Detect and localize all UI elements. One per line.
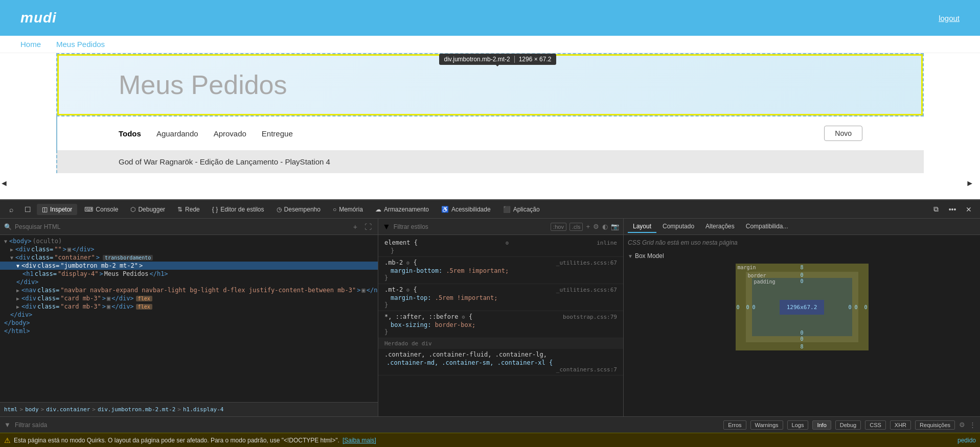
tree-nav[interactable]: ▶ <nav class= "navbar navbar-expand navb…: [0, 286, 378, 294]
scroll-right-arrow[interactable]: ►: [966, 179, 974, 188]
breadcrumb-html[interactable]: html: [4, 406, 18, 413]
filter-entregue[interactable]: Entregue: [262, 129, 293, 138]
tab-inspetor[interactable]: ◫ Inspetor: [37, 204, 77, 215]
warning-text: Esta página está no modo Quirks. O layou…: [14, 437, 339, 444]
devtools-responsive[interactable]: ☐: [20, 202, 35, 217]
devtools-more[interactable]: •••: [945, 202, 960, 217]
tree-arrow-container[interactable]: ▼: [10, 255, 13, 261]
product-name: God of War Ragnarök - Edição de Lançamen…: [119, 157, 330, 166]
btn-info[interactable]: Info: [812, 420, 831, 430]
breadcrumb-jumbotron[interactable]: div.jumbotron.mb-2.mt-2: [98, 406, 175, 413]
border-bottom: 0: [800, 336, 803, 342]
filter-aguardando[interactable]: Aguardando: [156, 129, 198, 138]
bottom-filter-input[interactable]: [15, 421, 76, 429]
panel-styles: ▼ :hov .cls + ⚙ ◐ 📷 element { ⚙ inline }: [378, 219, 624, 416]
pseudo-hov-btn[interactable]: :hov: [551, 223, 566, 231]
devtools-bottom-bar: ▼ Erros Warnings Logs Info Debug CSS XHR…: [0, 416, 980, 433]
breadcrumb-body[interactable]: body: [25, 406, 39, 413]
console-icon: ⌨: [84, 206, 93, 213]
box-model-section: ▼ Box Model margin 8 0 8 0: [628, 252, 976, 350]
tab-editor-estilos[interactable]: { } Editor de estilos: [207, 204, 269, 215]
container-file: _containers.scss:7: [556, 366, 617, 373]
devtools-dock[interactable]: ⧉: [929, 202, 943, 217]
tree-body[interactable]: ▼ <body> (oculto): [0, 237, 378, 245]
tab-debugger[interactable]: ⬡ Debugger: [125, 204, 170, 215]
console-label: Console: [96, 206, 118, 213]
bottom-more-icon[interactable]: ⋮: [969, 421, 976, 429]
style-rule-mt2: .mt-2 ⚙ { _utilities.scss:67 margin-top:…: [378, 284, 623, 311]
style-rule-element-header: element { ⚙ inline: [384, 239, 617, 246]
inspector-pick-btn[interactable]: ⛶: [362, 222, 374, 232]
btn-css[interactable]: CSS: [865, 420, 886, 430]
tree-h1[interactable]: <h1 class= "display-4" > Meus Pedidos </…: [0, 270, 378, 278]
btn-logs[interactable]: Logs: [787, 420, 809, 430]
styles-screenshot[interactable]: 📷: [611, 223, 619, 230]
styles-dark-mode[interactable]: ◐: [602, 223, 608, 230]
tree-close-container[interactable]: </div>: [0, 311, 378, 319]
tree-arrow-card2[interactable]: ▶: [16, 304, 19, 310]
tree-div-empty[interactable]: ▶ <div class= "" > ▣ </div>: [0, 245, 378, 253]
inspector-search-bar: 🔍 + ⛶: [0, 219, 378, 235]
styles-settings[interactable]: ⚙: [593, 223, 599, 230]
tree-div-container[interactable]: ▼ <div class= "container" > transbordame…: [0, 253, 378, 262]
btn-xhr[interactable]: XHR: [890, 420, 911, 430]
tab-aplicacao[interactable]: ⬛ Aplicação: [498, 204, 545, 215]
breadcrumb-container[interactable]: div.container: [46, 406, 90, 413]
filter-todos[interactable]: Todos: [119, 129, 141, 138]
tab-alteracoes[interactable]: Alterações: [700, 221, 740, 233]
tab-rede[interactable]: ⇅ Rede: [172, 204, 205, 215]
tree-card-2[interactable]: ▶ <div class= "card mb-3" > ▣ </div> fle…: [0, 302, 378, 311]
pseudo-cls-btn[interactable]: .cls: [569, 223, 583, 231]
nav-home[interactable]: Home: [20, 40, 41, 49]
breadcrumb-h1[interactable]: h1.display-4: [183, 406, 223, 413]
scroll-left-arrow[interactable]: ◄: [0, 179, 8, 188]
search-html-input[interactable]: [15, 223, 348, 230]
tree-arrow-div-empty[interactable]: ▶: [10, 247, 13, 252]
btn-debug[interactable]: Debug: [835, 420, 861, 430]
tab-computado[interactable]: Computado: [657, 221, 699, 233]
btn-requisicoes[interactable]: Requisições: [915, 420, 955, 430]
bottom-settings-icon[interactable]: ⚙: [959, 421, 965, 429]
devtools-panel: ⌕ ☐ ◫ Inspetor ⌨ Console ⬡ Debugger ⇅ Re…: [0, 199, 980, 447]
product-row[interactable]: God of War Ragnarök - Edição de Lançamen…: [56, 150, 924, 173]
box-model-diagram: margin 8 0 8 0 border 0 0 0 0: [736, 264, 869, 350]
tree-close-jumbotron[interactable]: </div>: [0, 278, 378, 286]
warning-file[interactable]: pedido: [958, 437, 976, 444]
border-left: 0: [746, 304, 749, 310]
tab-layout[interactable]: Layout: [628, 221, 656, 233]
mb2-file: _utilities.scss:67: [556, 260, 617, 266]
filter-aprovado[interactable]: Aprovado: [214, 129, 246, 138]
btn-warnings[interactable]: Warnings: [750, 420, 783, 430]
site-navbar: mudi logout: [0, 0, 980, 36]
tab-memoria[interactable]: ○ Memória: [328, 204, 368, 215]
warning-learn-more[interactable]: [Saiba mais]: [343, 437, 376, 444]
btn-erros[interactable]: Erros: [723, 420, 746, 430]
tree-close-html[interactable]: </html>: [0, 327, 378, 335]
tab-acessibilidade[interactable]: ♿ Acessibilidade: [436, 204, 496, 215]
tab-console[interactable]: ⌨ Console: [79, 204, 123, 215]
tab-armazenamento[interactable]: ☁ Armazenamento: [370, 204, 434, 215]
tree-arrow-jumbotron[interactable]: ▼: [16, 263, 19, 269]
tab-desempenho[interactable]: ◷ Desempenho: [271, 204, 326, 215]
inspector-add-btn[interactable]: +: [351, 222, 359, 232]
tab-compatibilidade[interactable]: Compatibilida...: [741, 221, 793, 233]
site-brand: mudi: [20, 10, 57, 26]
nav-meus-pedidos[interactable]: Meus Pedidos: [56, 40, 105, 49]
styles-filter-input[interactable]: [394, 223, 548, 230]
bm-content: 1296x67.2: [780, 300, 825, 315]
styles-content: element { ⚙ inline } .mb-2 ⚙ { _utilitie…: [378, 235, 623, 416]
style-rule-universal: *, ::after, ::before ⚙ { bootstrap.css:7…: [378, 311, 623, 338]
tree-arrow-nav[interactable]: ▶: [16, 288, 19, 293]
devtools-close[interactable]: ✕: [962, 202, 976, 217]
style-rule-mb2: .mb-2 ⚙ { _utilities.scss:67 margin-bott…: [378, 257, 623, 284]
novo-button[interactable]: Novo: [824, 126, 862, 141]
tree-arrow-body[interactable]: ▼: [4, 239, 7, 244]
styles-add-rule[interactable]: +: [586, 223, 590, 230]
tree-close-body[interactable]: </body>: [0, 319, 378, 327]
tree-card-1[interactable]: ▶ <div class= "card mb-3" > ▣ </div> fle…: [0, 294, 378, 302]
logout-link[interactable]: logout: [939, 14, 960, 22]
tree-div-jumbotron[interactable]: ▼ <div class= "jumbotron mb-2 mt-2" >: [0, 262, 378, 270]
tree-arrow-card1[interactable]: ▶: [16, 296, 19, 301]
bottom-filter-icon: ▼: [4, 421, 11, 429]
devtools-pick-element[interactable]: ⌕: [4, 202, 18, 217]
